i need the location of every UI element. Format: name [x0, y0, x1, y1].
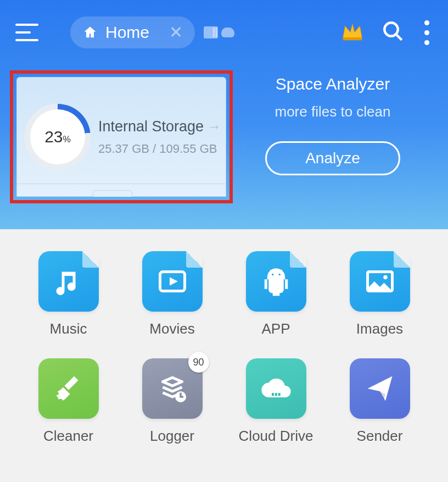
search-icon[interactable] — [382, 20, 405, 45]
storage-title: Internal Storage→ — [98, 118, 226, 135]
premium-crown-icon[interactable] — [340, 19, 365, 46]
category-music[interactable]: Music — [16, 251, 120, 337]
category-label: Logger — [150, 428, 194, 445]
svg-rect-0 — [343, 38, 362, 41]
close-tab-icon[interactable]: ✕ — [169, 24, 183, 41]
category-label: APP — [261, 320, 290, 337]
android-icon — [260, 265, 293, 298]
overflow-menu-icon[interactable] — [421, 20, 433, 45]
svg-point-4 — [272, 274, 274, 276]
category-label: Sender — [357, 428, 403, 445]
sd-card-icon[interactable] — [204, 26, 218, 38]
category-label: Movies — [149, 320, 194, 337]
space-analyzer-panel: Space Analyzer more files to clean Analy… — [233, 70, 433, 203]
svg-line-2 — [396, 34, 402, 40]
send-icon — [363, 372, 396, 405]
svg-point-5 — [278, 274, 281, 276]
analyzer-subtitle: more files to clean — [233, 103, 433, 120]
svg-point-9 — [62, 399, 64, 401]
category-cloud-drive[interactable]: Cloud Drive — [224, 358, 328, 445]
category-images[interactable]: Images — [328, 251, 432, 337]
category-logger[interactable]: 90 Logger — [120, 358, 224, 445]
storage-percent: 23% — [44, 128, 71, 146]
svg-point-7 — [383, 275, 388, 280]
category-label: Images — [356, 320, 403, 337]
svg-rect-13 — [278, 393, 280, 396]
category-movies[interactable]: Movies — [120, 251, 224, 337]
internal-storage-card[interactable]: 23% Internal Storage→ 25.37 GB / 109.55 … — [16, 77, 226, 197]
analyzer-title: Space Analyzer — [233, 75, 433, 93]
storage-detail: 25.37 GB / 109.55 GB — [98, 142, 226, 156]
images-icon — [363, 265, 396, 298]
movies-icon — [156, 265, 189, 298]
category-grid: Music Movies APP Images Cleaner 90 Logge… — [0, 229, 448, 445]
home-label: Home — [105, 23, 149, 42]
category-sender[interactable]: Sender — [328, 358, 432, 445]
svg-point-8 — [58, 397, 60, 400]
home-icon — [82, 25, 98, 40]
chevron-right-icon: → — [207, 118, 221, 135]
music-icon — [52, 265, 85, 298]
home-tab[interactable]: Home ✕ — [70, 16, 195, 48]
app-header: Home ✕ — [0, 0, 448, 65]
menu-icon[interactable] — [15, 21, 38, 44]
svg-rect-12 — [275, 393, 277, 396]
header-mini-icons — [204, 26, 234, 38]
category-cleaner[interactable]: Cleaner — [16, 358, 120, 445]
cloud-mini-icon[interactable] — [221, 27, 234, 37]
category-label: Music — [50, 320, 87, 337]
logger-icon — [156, 372, 189, 405]
analyze-button[interactable]: Analyze — [265, 141, 400, 175]
svg-rect-11 — [272, 393, 274, 396]
cloud-icon — [259, 371, 294, 406]
svg-point-1 — [384, 23, 398, 36]
category-app[interactable]: APP — [224, 251, 328, 337]
category-label: Cleaner — [43, 428, 93, 445]
storage-usage-ring: 23% — [25, 104, 91, 170]
broom-icon — [52, 372, 85, 405]
category-label: Cloud Drive — [239, 428, 313, 445]
logger-badge: 90 — [188, 352, 209, 373]
storage-highlight-box: 23% Internal Storage→ 25.37 GB / 109.55 … — [10, 70, 233, 203]
